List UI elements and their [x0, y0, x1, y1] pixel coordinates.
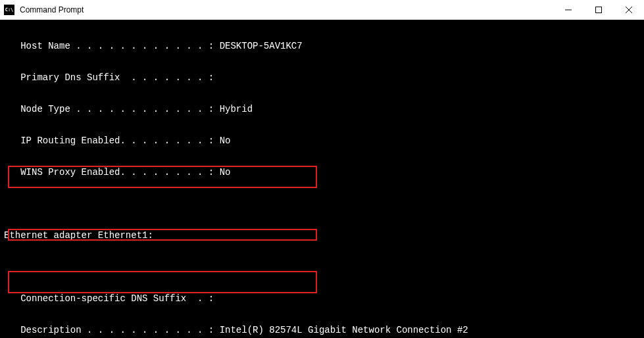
- section-header: Ethernet adapter Ethernet1:: [0, 230, 644, 241]
- maximize-button[interactable]: [583, 0, 614, 20]
- output-line: Description . . . . . . . . . . . : Inte…: [0, 325, 644, 335]
- window-title: Command Prompt: [18, 5, 553, 14]
- output-line: Host Name . . . . . . . . . . . . : DESK…: [0, 41, 644, 51]
- output-line: Connection-specific DNS Suffix . :: [0, 293, 644, 304]
- output-line: Primary Dns Suffix . . . . . . . :: [0, 72, 644, 83]
- cmd-icon: C:\: [4, 5, 14, 15]
- output-line: Node Type . . . . . . . . . . . . : Hybr…: [0, 104, 644, 114]
- titlebar: C:\ Command Prompt: [0, 0, 644, 20]
- cmd-icon-label: C:\: [5, 7, 14, 12]
- output-line: IP Routing Enabled. . . . . . . . : No: [0, 135, 644, 146]
- terminal-area[interactable]: Host Name . . . . . . . . . . . . : DESK…: [0, 20, 644, 338]
- minimize-button[interactable]: [553, 0, 583, 20]
- window-controls: [553, 0, 644, 20]
- svg-rect-1: [596, 7, 602, 13]
- blank-line: [0, 199, 644, 209]
- close-button[interactable]: [614, 0, 644, 20]
- output-line: WINS Proxy Enabled. . . . . . . . : No: [0, 167, 644, 178]
- blank-line: [0, 262, 644, 272]
